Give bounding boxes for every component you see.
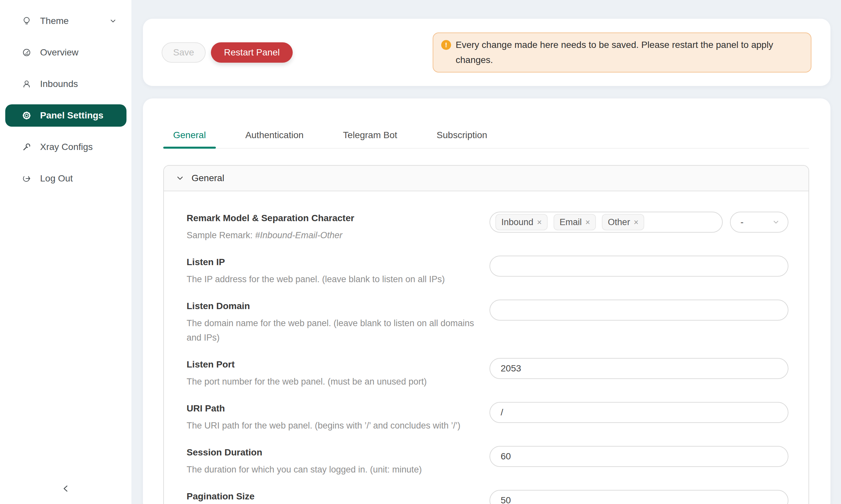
field-description: The port number for the web panel. (must…	[187, 374, 490, 389]
wrench-icon	[22, 142, 31, 151]
sidebar: Theme Overview Inbounds	[0, 0, 132, 504]
gear-icon	[22, 111, 31, 120]
general-form: Remark Model & Separation Character Samp…	[164, 191, 808, 504]
sidebar-item-label: Theme	[40, 16, 69, 26]
listen-ip-input[interactable]	[490, 256, 788, 276]
logout-icon	[22, 174, 31, 183]
sidebar-item-theme[interactable]: Theme	[5, 10, 126, 32]
field-description: Sample Remark: #Inbound-Email-Other	[187, 228, 490, 242]
field-label: Pagination Size	[187, 490, 490, 503]
field-label: Listen Port	[187, 358, 490, 371]
separation-character-select[interactable]: -	[730, 212, 788, 233]
sidebar-item-log-out[interactable]: Log Out	[5, 167, 126, 190]
listen-domain-input[interactable]	[490, 300, 788, 321]
app-root: Theme Overview Inbounds	[0, 0, 841, 504]
form-row-listen-ip: Listen IP The IP address for the web pan…	[187, 256, 788, 286]
tab-subscription[interactable]: Subscription	[427, 130, 497, 148]
chevron-down-icon	[176, 174, 184, 182]
dashboard-icon	[22, 48, 31, 57]
alert-text: Every change made here needs to be saved…	[456, 37, 781, 68]
chevron-down-icon	[772, 218, 780, 226]
form-row-pagination-size: Pagination Size	[187, 490, 788, 504]
chevron-down-icon	[109, 17, 117, 24]
section-title: General	[191, 173, 224, 183]
form-row-uri-path: URI Path The URI path for the web panel.…	[187, 402, 788, 433]
tag-close-icon[interactable]: ×	[537, 218, 542, 227]
tab-telegram-bot[interactable]: Telegram Bot	[333, 130, 407, 148]
user-icon	[22, 79, 31, 89]
tag-close-icon[interactable]: ×	[585, 218, 590, 227]
sidebar-item-overview[interactable]: Overview	[5, 41, 126, 64]
form-row-listen-port: Listen Port The port number for the web …	[187, 358, 788, 389]
sidebar-item-label: Overview	[40, 47, 79, 58]
form-row-remark-model: Remark Model & Separation Character Samp…	[187, 212, 788, 242]
sidebar-collapse-button[interactable]	[58, 481, 73, 496]
sidebar-item-panel-settings[interactable]: Panel Settings	[5, 104, 126, 127]
chevron-left-icon	[61, 484, 71, 493]
field-description: The IP address for the web panel. (leave…	[187, 272, 490, 286]
field-description: The URI path for the web panel. (begins …	[187, 418, 490, 433]
uri-path-input[interactable]	[490, 402, 788, 423]
sidebar-item-inbounds[interactable]: Inbounds	[5, 73, 126, 95]
sidebar-menu: Theme Overview Inbounds	[0, 0, 132, 190]
save-button[interactable]: Save	[161, 42, 206, 63]
field-label: Remark Model & Separation Character	[187, 212, 490, 225]
restart-warning-alert: ! Every change made here needs to be sav…	[433, 33, 811, 73]
sidebar-item-label: Panel Settings	[40, 110, 103, 121]
tag-email[interactable]: Email×	[553, 214, 596, 230]
toolbar-card: Save Restart Panel ! Every change made h…	[143, 19, 830, 86]
field-label: Session Duration	[187, 446, 490, 459]
sidebar-item-xray-configs[interactable]: Xray Configs	[5, 136, 126, 158]
settings-tabs: General Authentication Telegram Bot Subs…	[163, 130, 809, 149]
tag-close-icon[interactable]: ×	[634, 218, 639, 227]
tag-other[interactable]: Other×	[602, 214, 644, 230]
general-collapse-header[interactable]: General	[164, 166, 808, 191]
field-label: URI Path	[187, 402, 490, 415]
tab-authentication[interactable]: Authentication	[236, 130, 313, 148]
session-duration-input[interactable]	[490, 446, 788, 467]
sample-remark-value: #Inbound-Email-Other	[255, 230, 343, 240]
tab-general[interactable]: General	[163, 130, 216, 148]
field-description: The duration for which you can stay logg…	[187, 462, 490, 477]
exclamation-circle-icon: !	[441, 40, 451, 50]
bulb-icon	[22, 16, 31, 25]
sidebar-item-label: Log Out	[40, 173, 73, 184]
sidebar-item-label: Inbounds	[40, 79, 78, 89]
pagination-size-input[interactable]	[490, 490, 788, 504]
settings-card: General Authentication Telegram Bot Subs…	[143, 98, 830, 504]
separator-value: -	[740, 217, 743, 228]
restart-panel-button[interactable]: Restart Panel	[211, 42, 293, 63]
field-label: Listen Domain	[187, 300, 490, 313]
field-description: The domain name for the web panel. (leav…	[187, 316, 490, 345]
main-content: Save Restart Panel ! Every change made h…	[132, 0, 841, 504]
form-row-listen-domain: Listen Domain The domain name for the we…	[187, 300, 788, 345]
listen-port-input[interactable]	[490, 358, 788, 379]
remark-model-multiselect[interactable]: Inbound× Email× Other×	[490, 212, 723, 233]
field-label: Listen IP	[187, 256, 490, 269]
sidebar-item-label: Xray Configs	[40, 142, 93, 152]
general-collapse-panel: General Remark Model & Separation Charac…	[163, 165, 809, 504]
form-row-session-duration: Session Duration The duration for which …	[187, 446, 788, 477]
tag-inbound[interactable]: Inbound×	[495, 214, 548, 230]
